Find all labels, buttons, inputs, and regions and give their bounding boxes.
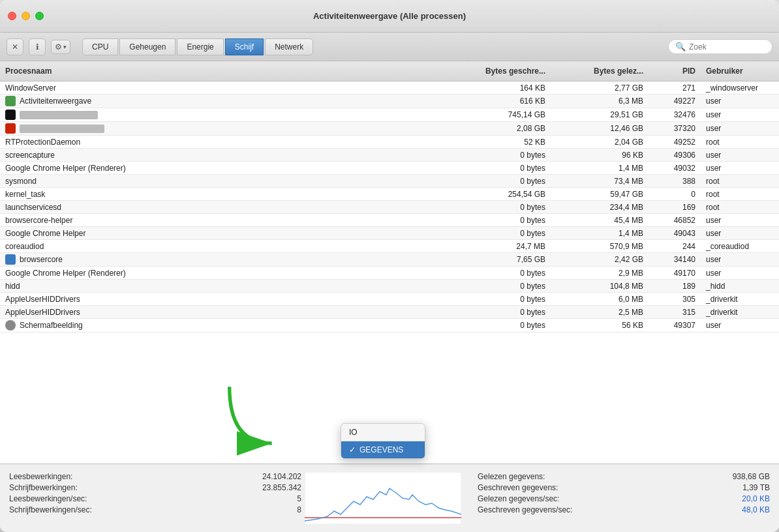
stat-label-schrijf-sec: Schrijfbewerkingen/sec:: [9, 505, 92, 514]
table-row[interactable]: Google Chrome Helper (Renderer) 0 bytes …: [0, 162, 779, 175]
user: user: [701, 162, 779, 174]
process-name: hidd: [0, 280, 453, 292]
stop-button[interactable]: ✕: [7, 38, 23, 55]
user: root: [701, 175, 779, 187]
bytes-written: 0 bytes: [453, 201, 551, 213]
bytes-written: 0 bytes: [453, 306, 551, 318]
process-name: Google Chrome Helper (Renderer): [0, 267, 453, 279]
pid: 189: [649, 280, 701, 292]
dropdown-item-io[interactable]: IO: [341, 424, 425, 441]
table-row[interactable]: 745,14 GB 29,51 GB 32476 user: [0, 108, 779, 122]
table-row[interactable]: WindowServer 164 KB 2,77 GB 271 _windows…: [0, 81, 779, 95]
dropdown-item-gegevens[interactable]: ✓ GEGEVENS: [341, 441, 425, 458]
process-name: launchservicesd: [0, 201, 453, 213]
process-name: browsercore: [0, 253, 453, 266]
process-name: AppleUserHIDDrivers: [0, 306, 453, 318]
stat-label-schrijfbewerkingen: Schrijfbewerkingen:: [9, 483, 92, 492]
bytes-read: 12,46 GB: [551, 123, 649, 134]
table-row[interactable]: Google Chrome Helper 0 bytes 1,4 MB 4904…: [0, 227, 779, 240]
pid: 34140: [649, 254, 701, 265]
bytes-read: 56 KB: [551, 319, 649, 331]
close-button[interactable]: [8, 12, 16, 20]
tab-geheugen[interactable]: Geheugen: [119, 38, 176, 55]
table-body: WindowServer 164 KB 2,77 GB 271 _windows…: [0, 81, 779, 464]
table-row[interactable]: kernel_task 254,54 GB 59,47 GB 0 root: [0, 188, 779, 201]
table-header: Procesnaam Bytes geschre... Bytes gelez.…: [0, 61, 779, 81]
table-row[interactable]: hidd 0 bytes 104,8 MB 189 _hidd: [0, 280, 779, 293]
process-name: sysmond: [0, 175, 453, 187]
pid: 315: [649, 306, 701, 318]
table-row[interactable]: AppleUserHIDDrivers 0 bytes 2,5 MB 315 _…: [0, 306, 779, 319]
stat-label-gelezen-sec: Gelezen gegevens/sec:: [478, 494, 572, 503]
blurred-process: [20, 125, 104, 133]
blurred-process: [20, 111, 98, 119]
process-name: screencapture: [0, 149, 453, 161]
search-input[interactable]: [689, 42, 765, 52]
bytes-read: 234,4 MB: [551, 201, 649, 213]
window-title: Activiteitenweergave (Alle processen): [313, 11, 466, 21]
bytes-read: 6,0 MB: [551, 293, 649, 305]
pid: 388: [649, 175, 701, 187]
chart-area: IO ✓ GEGEVENS: [301, 472, 465, 524]
user: user: [701, 267, 779, 279]
process-name: RTProtectionDaemon: [0, 136, 453, 148]
disk-chart: [305, 472, 461, 524]
process-name: Schermafbeelding: [0, 319, 453, 332]
bytes-read: 2,9 MB: [551, 267, 649, 279]
maximize-button[interactable]: [35, 12, 44, 20]
bytes-written: 2,08 GB: [453, 123, 551, 134]
bytes-written: 52 KB: [453, 136, 551, 148]
bytes-read: 570,9 MB: [551, 241, 649, 252]
process-name: browsercore-helper: [0, 214, 453, 226]
user: user: [701, 149, 779, 161]
activity-monitor-window: Activiteitenweergave (Alle processen) ✕ …: [0, 0, 779, 532]
table-row[interactable]: Schermafbeelding 0 bytes 56 KB 49307 use…: [0, 319, 779, 332]
table-row[interactable]: browsercore 7,65 GB 2,42 GB 34140 user: [0, 253, 779, 267]
table-row[interactable]: launchservicesd 0 bytes 234,4 MB 169 roo…: [0, 201, 779, 214]
table-row[interactable]: RTProtectionDaemon 52 KB 2,04 GB 49252 r…: [0, 136, 779, 149]
stat-value-gelezen-sec: 20,0 KB: [585, 494, 770, 503]
gear-button[interactable]: ⚙ ▾: [51, 40, 70, 54]
bytes-written: 0 bytes: [453, 228, 551, 239]
pid: 37320: [649, 123, 701, 134]
bottom-panel: Leesbewerkingen: 24.104.202 Schrijfbewer…: [0, 464, 779, 532]
header-pid: PID: [649, 64, 701, 78]
table-row[interactable]: Google Chrome Helper (Renderer) 0 bytes …: [0, 267, 779, 280]
tab-schijf[interactable]: Schijf: [225, 38, 264, 55]
tab-cpu[interactable]: CPU: [82, 38, 118, 55]
pid: 305: [649, 293, 701, 305]
bytes-read: 2,42 GB: [551, 254, 649, 265]
process-name: Google Chrome Helper: [0, 228, 453, 239]
bytes-written: 0 bytes: [453, 214, 551, 226]
dropdown-popup[interactable]: IO ✓ GEGEVENS: [341, 423, 425, 459]
table-row[interactable]: coreaudiod 24,7 MB 570,9 MB 244 _coreaud…: [0, 240, 779, 253]
tab-energie[interactable]: Energie: [177, 38, 223, 55]
stat-label-lees-sec: Leesbewerkingen/sec:: [9, 494, 92, 503]
bytes-read: 73,4 MB: [551, 175, 649, 187]
table-row[interactable]: sysmond 0 bytes 73,4 MB 388 root: [0, 175, 779, 188]
table-container: Procesnaam Bytes geschre... Bytes gelez.…: [0, 61, 779, 464]
search-icon: 🔍: [675, 42, 686, 52]
table-row[interactable]: browsercore-helper 0 bytes 45,4 MB 46852…: [0, 214, 779, 227]
stat-value-schrijf-sec: 8: [105, 505, 301, 514]
process-name: Activiteitenweergave: [0, 95, 453, 108]
table-row[interactable]: Activiteitenweergave 616 KB 6,3 MB 49227…: [0, 95, 779, 108]
bytes-read: 45,4 MB: [551, 214, 649, 226]
tab-netwerk[interactable]: Netwerk: [265, 38, 313, 55]
pid: 244: [649, 241, 701, 252]
process-icon: [5, 123, 16, 134]
info-button[interactable]: ℹ: [29, 38, 46, 55]
pid: 169: [649, 201, 701, 213]
process-name: [0, 122, 453, 135]
table-row[interactable]: screencapture 0 bytes 96 KB 49306 user: [0, 149, 779, 162]
table-row[interactable]: AppleUserHIDDrivers 0 bytes 6,0 MB 305 _…: [0, 293, 779, 306]
minimize-button[interactable]: [22, 12, 30, 20]
user: user: [701, 254, 779, 265]
process-name: WindowServer: [0, 82, 453, 94]
bytes-written: 0 bytes: [453, 149, 551, 161]
bytes-written: 0 bytes: [453, 319, 551, 331]
search-box[interactable]: 🔍: [668, 39, 772, 54]
table-row[interactable]: 2,08 GB 12,46 GB 37320 user: [0, 122, 779, 136]
user: root: [701, 201, 779, 213]
bytes-read: 1,4 MB: [551, 228, 649, 239]
